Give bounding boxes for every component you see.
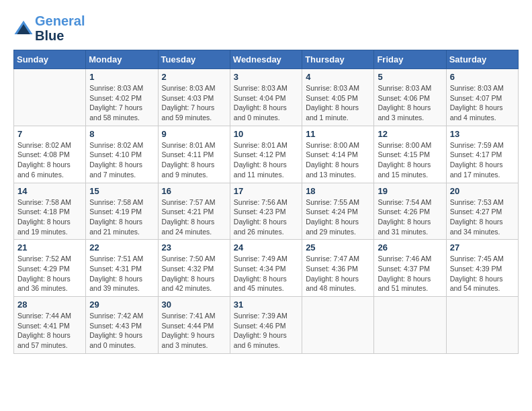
day-number: 29 — [89, 300, 154, 310]
day-number: 26 — [378, 242, 442, 253]
day-info: Sunrise: 8:03 AMSunset: 4:02 PMDaylight:… — [89, 83, 154, 123]
day-number: 2 — [162, 72, 226, 82]
day-info: Sunrise: 8:02 AMSunset: 4:08 PMDaylight:… — [17, 140, 82, 180]
day-number: 8 — [89, 129, 154, 139]
day-info: Sunrise: 8:03 AMSunset: 4:06 PMDaylight:… — [378, 83, 442, 123]
logo-text-general: General — [35, 13, 85, 28]
calendar-cell — [374, 297, 446, 354]
calendar-cell: 25Sunrise: 7:47 AMSunset: 4:36 PMDayligh… — [302, 240, 374, 297]
day-number: 17 — [234, 186, 298, 196]
day-number: 15 — [89, 186, 154, 196]
day-number: 13 — [450, 129, 515, 139]
day-info: Sunrise: 7:51 AMSunset: 4:31 PMDaylight:… — [89, 254, 154, 293]
column-header-monday: Monday — [86, 50, 158, 69]
day-number: 10 — [234, 129, 298, 139]
calendar-cell: 21Sunrise: 7:52 AMSunset: 4:29 PMDayligh… — [14, 240, 86, 297]
day-number: 30 — [162, 300, 226, 310]
calendar-cell: 2Sunrise: 8:03 AMSunset: 4:03 PMDaylight… — [158, 69, 230, 126]
day-number: 18 — [306, 186, 370, 196]
column-header-sunday: Sunday — [14, 50, 86, 69]
calendar-cell: 27Sunrise: 7:45 AMSunset: 4:39 PMDayligh… — [446, 240, 518, 297]
calendar-cell: 26Sunrise: 7:46 AMSunset: 4:37 PMDayligh… — [374, 240, 446, 297]
calendar-cell: 31Sunrise: 7:39 AMSunset: 4:46 PMDayligh… — [230, 297, 302, 354]
calendar-cell: 1Sunrise: 8:03 AMSunset: 4:02 PMDaylight… — [86, 69, 158, 126]
day-number: 16 — [162, 186, 226, 196]
day-info: Sunrise: 7:45 AMSunset: 4:39 PMDaylight:… — [450, 254, 515, 293]
day-number: 7 — [17, 129, 82, 139]
column-header-thursday: Thursday — [302, 50, 374, 69]
calendar-cell: 28Sunrise: 7:44 AMSunset: 4:41 PMDayligh… — [14, 297, 86, 354]
day-number: 14 — [17, 186, 82, 196]
calendar-cell: 10Sunrise: 8:01 AMSunset: 4:12 PMDayligh… — [230, 126, 302, 183]
day-number: 25 — [306, 242, 370, 253]
day-info: Sunrise: 8:03 AMSunset: 4:05 PMDaylight:… — [306, 83, 370, 123]
day-info: Sunrise: 8:03 AMSunset: 4:07 PMDaylight:… — [450, 83, 515, 123]
calendar-cell: 24Sunrise: 7:49 AMSunset: 4:34 PMDayligh… — [230, 240, 302, 297]
day-info: Sunrise: 8:03 AMSunset: 4:04 PMDaylight:… — [234, 83, 298, 123]
calendar-cell — [302, 297, 374, 354]
calendar-cell: 12Sunrise: 8:00 AMSunset: 4:15 PMDayligh… — [374, 126, 446, 183]
day-info: Sunrise: 7:46 AMSunset: 4:37 PMDaylight:… — [378, 254, 442, 293]
day-info: Sunrise: 7:50 AMSunset: 4:32 PMDaylight:… — [162, 254, 226, 293]
logo-text-blue: Blue — [35, 28, 85, 43]
calendar-header-row: SundayMondayTuesdayWednesdayThursdayFrid… — [14, 50, 519, 69]
day-number: 5 — [378, 72, 442, 82]
calendar-cell: 17Sunrise: 7:56 AMSunset: 4:23 PMDayligh… — [230, 183, 302, 240]
calendar-cell: 5Sunrise: 8:03 AMSunset: 4:06 PMDaylight… — [374, 69, 446, 126]
day-info: Sunrise: 7:49 AMSunset: 4:34 PMDaylight:… — [234, 254, 298, 293]
day-number: 27 — [450, 242, 515, 253]
day-info: Sunrise: 7:55 AMSunset: 4:24 PMDaylight:… — [306, 197, 370, 237]
calendar-cell: 30Sunrise: 7:41 AMSunset: 4:44 PMDayligh… — [158, 297, 230, 354]
day-number: 22 — [89, 242, 154, 253]
calendar-cell: 3Sunrise: 8:03 AMSunset: 4:04 PMDaylight… — [230, 69, 302, 126]
calendar-cell: 7Sunrise: 8:02 AMSunset: 4:08 PMDaylight… — [14, 126, 86, 183]
calendar-cell: 23Sunrise: 7:50 AMSunset: 4:32 PMDayligh… — [158, 240, 230, 297]
column-header-tuesday: Tuesday — [158, 50, 230, 69]
day-number: 11 — [306, 129, 370, 139]
day-info: Sunrise: 7:58 AMSunset: 4:18 PMDaylight:… — [17, 197, 82, 237]
day-number: 4 — [306, 72, 370, 82]
day-info: Sunrise: 7:47 AMSunset: 4:36 PMDaylight:… — [306, 254, 370, 293]
page-header: General Blue — [13, 13, 519, 43]
day-info: Sunrise: 8:02 AMSunset: 4:10 PMDaylight:… — [89, 140, 154, 180]
day-number: 19 — [378, 186, 442, 196]
day-info: Sunrise: 8:01 AMSunset: 4:12 PMDaylight:… — [234, 140, 298, 180]
calendar-cell: 13Sunrise: 7:59 AMSunset: 4:17 PMDayligh… — [446, 126, 518, 183]
calendar-cell: 14Sunrise: 7:58 AMSunset: 4:18 PMDayligh… — [14, 183, 86, 240]
day-info: Sunrise: 8:00 AMSunset: 4:15 PMDaylight:… — [378, 140, 442, 180]
calendar-cell — [446, 297, 518, 354]
day-number: 31 — [234, 300, 298, 310]
calendar-cell — [14, 69, 86, 126]
day-info: Sunrise: 7:53 AMSunset: 4:27 PMDaylight:… — [450, 197, 515, 237]
logo-general: General — [35, 13, 85, 28]
calendar-cell: 4Sunrise: 8:03 AMSunset: 4:05 PMDaylight… — [302, 69, 374, 126]
calendar-cell: 29Sunrise: 7:42 AMSunset: 4:43 PMDayligh… — [86, 297, 158, 354]
calendar-cell: 16Sunrise: 7:57 AMSunset: 4:21 PMDayligh… — [158, 183, 230, 240]
day-number: 9 — [162, 129, 226, 139]
day-info: Sunrise: 7:56 AMSunset: 4:23 PMDaylight:… — [234, 197, 298, 237]
week-row-3: 14Sunrise: 7:58 AMSunset: 4:18 PMDayligh… — [14, 183, 519, 240]
day-number: 24 — [234, 242, 298, 253]
calendar-cell: 22Sunrise: 7:51 AMSunset: 4:31 PMDayligh… — [86, 240, 158, 297]
calendar-cell: 15Sunrise: 7:58 AMSunset: 4:19 PMDayligh… — [86, 183, 158, 240]
day-number: 1 — [89, 72, 154, 82]
day-number: 3 — [234, 72, 298, 82]
day-info: Sunrise: 7:44 AMSunset: 4:41 PMDaylight:… — [17, 311, 82, 351]
day-info: Sunrise: 8:03 AMSunset: 4:03 PMDaylight:… — [162, 83, 226, 123]
day-number: 28 — [17, 300, 82, 310]
day-info: Sunrise: 8:01 AMSunset: 4:11 PMDaylight:… — [162, 140, 226, 180]
day-number: 20 — [450, 186, 515, 196]
day-number: 6 — [450, 72, 515, 82]
logo: General Blue — [13, 13, 85, 43]
day-number: 23 — [162, 242, 226, 253]
calendar-cell: 9Sunrise: 8:01 AMSunset: 4:11 PMDaylight… — [158, 126, 230, 183]
day-info: Sunrise: 7:54 AMSunset: 4:26 PMDaylight:… — [378, 197, 442, 237]
calendar-table: SundayMondayTuesdayWednesdayThursdayFrid… — [13, 50, 519, 354]
calendar-cell: 8Sunrise: 8:02 AMSunset: 4:10 PMDaylight… — [86, 126, 158, 183]
calendar-cell: 19Sunrise: 7:54 AMSunset: 4:26 PMDayligh… — [374, 183, 446, 240]
calendar-cell: 18Sunrise: 7:55 AMSunset: 4:24 PMDayligh… — [302, 183, 374, 240]
column-header-saturday: Saturday — [446, 50, 518, 69]
day-number: 12 — [378, 129, 442, 139]
week-row-1: 1Sunrise: 8:03 AMSunset: 4:02 PMDaylight… — [14, 69, 519, 126]
week-row-4: 21Sunrise: 7:52 AMSunset: 4:29 PMDayligh… — [14, 240, 519, 297]
